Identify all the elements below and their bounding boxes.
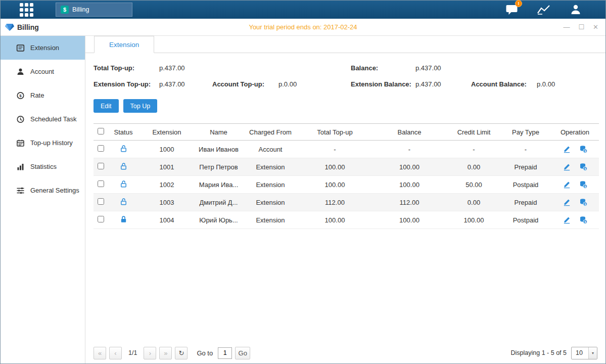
table-row: 1000 Иван Иванов Account - - - - $ xyxy=(94,141,599,158)
column-header-balance: Balance xyxy=(371,124,447,141)
extension-cell: 1003 xyxy=(139,194,195,211)
charged-from-cell: Extension xyxy=(243,211,298,229)
close-icon[interactable]: ✕ xyxy=(593,23,598,31)
main-content: Total Top-up: p.437.00 Balance: p.437.00… xyxy=(85,53,605,229)
topup-icon[interactable]: $ xyxy=(579,163,587,171)
pay-type-cell: - xyxy=(500,141,551,158)
extension-table: Status Extension Name Charged From Total… xyxy=(94,123,599,229)
row-select-cell xyxy=(94,141,108,158)
calendar-icon xyxy=(16,139,25,147)
sidebar-item-label: Account xyxy=(30,68,54,75)
first-page-button[interactable]: « xyxy=(94,347,106,359)
edit-icon[interactable] xyxy=(563,216,571,224)
page-indicator: 1/1 xyxy=(128,349,137,356)
minimize-icon[interactable]: — xyxy=(563,23,570,31)
table-row: 1001 Петр Петров Extension 100.00 100.00… xyxy=(94,158,599,176)
credit-limit-cell: 100.00 xyxy=(447,211,500,229)
lock-status-icon xyxy=(120,164,127,172)
sidebar-item-statistics[interactable]: Statistics xyxy=(1,155,85,178)
status-cell xyxy=(108,176,139,194)
billing-dollar-icon: $ xyxy=(61,6,69,14)
prev-page-button[interactable]: ‹ xyxy=(109,347,122,359)
operation-cell: $ xyxy=(551,158,599,176)
select-all-header xyxy=(94,124,108,141)
edit-icon[interactable] xyxy=(563,180,571,189)
pay-type-cell: Postpaid xyxy=(500,176,551,194)
app-launcher-icon[interactable] xyxy=(20,3,33,17)
column-header-pay-type: Pay Type xyxy=(500,124,551,141)
sliders-icon xyxy=(16,187,25,195)
table-header-row: Status Extension Name Charged From Total… xyxy=(94,124,599,141)
topbar-tab-label: Billing xyxy=(72,6,89,13)
go-button[interactable]: Go xyxy=(235,347,250,359)
topup-icon[interactable]: $ xyxy=(579,145,587,153)
pagination-bar: « ‹ 1/1 › » ↻ Go to Go Displaying 1 - 5 … xyxy=(94,346,597,359)
select-all-checkbox[interactable] xyxy=(98,128,104,134)
charged-from-cell: Extension xyxy=(243,158,298,176)
charged-from-cell: Account xyxy=(243,141,298,158)
tab-extension[interactable]: Extension xyxy=(94,36,154,53)
row-checkbox[interactable] xyxy=(98,216,104,222)
messages-icon[interactable]: ! xyxy=(505,3,519,16)
topup-button[interactable]: Top Up xyxy=(123,99,158,113)
row-checkbox[interactable] xyxy=(98,198,104,205)
topup-icon[interactable]: $ xyxy=(579,216,587,224)
extension-balance-value: p.437.00 xyxy=(415,80,471,88)
edit-icon[interactable] xyxy=(563,145,571,153)
topbar-tab-billing[interactable]: $ Billing xyxy=(56,3,132,17)
credit-limit-cell: 0.00 xyxy=(447,158,500,176)
balance-cell: - xyxy=(371,141,447,158)
edit-icon[interactable] xyxy=(563,198,571,206)
total-topup-cell: - xyxy=(298,141,371,158)
charged-from-cell: Extension xyxy=(243,194,298,211)
extension-card-icon xyxy=(16,44,25,52)
sidebar-item-rate[interactable]: $ Rate xyxy=(1,83,85,107)
edit-icon[interactable] xyxy=(563,163,571,171)
refresh-icon[interactable]: ↻ xyxy=(175,347,188,359)
balance-cell: 100.00 xyxy=(371,211,447,229)
topup-icon[interactable]: $ xyxy=(579,180,587,189)
sidebar-item-label: Scheduled Task xyxy=(30,115,77,123)
pay-type-cell: Postpaid xyxy=(500,211,551,229)
maximize-icon[interactable]: ☐ xyxy=(578,23,584,31)
column-header-status: Status xyxy=(108,124,139,141)
sidebar-item-label: Extension xyxy=(30,44,59,52)
total-topup-label: Total Top-up: xyxy=(94,64,159,72)
extension-topup-value: p.437.00 xyxy=(159,80,212,88)
table-row: 1003 Дмитрий Д... Extension 112.00 112.0… xyxy=(94,194,599,211)
name-cell: Мария Ива... xyxy=(195,176,243,194)
row-checkbox[interactable] xyxy=(98,180,104,187)
statistics-chart-icon[interactable] xyxy=(537,3,550,16)
row-checkbox[interactable] xyxy=(98,163,104,169)
sidebar-item-topup-history[interactable]: Top-up History xyxy=(1,131,85,155)
sidebar-item-account[interactable]: Account xyxy=(1,60,85,83)
row-checkbox[interactable] xyxy=(98,145,104,152)
next-page-button[interactable]: › xyxy=(144,347,156,359)
status-cell xyxy=(108,194,139,211)
user-account-icon[interactable] xyxy=(569,3,582,16)
operation-cell: $ xyxy=(551,176,599,194)
sidebar-item-extension[interactable]: Extension xyxy=(1,36,85,60)
lock-status-icon xyxy=(120,147,127,154)
lock-status-icon xyxy=(120,200,127,207)
edit-button[interactable]: Edit xyxy=(94,99,119,113)
page-size-select[interactable]: 10 ▾ xyxy=(571,347,597,359)
goto-page-input[interactable] xyxy=(218,347,232,359)
main-panel: Extension Total Top-up: p.437.00 Balance… xyxy=(85,36,605,363)
user-icon xyxy=(16,68,25,76)
topup-icon[interactable]: $ xyxy=(579,198,587,206)
total-topup-cell: 112.00 xyxy=(298,194,371,211)
operation-cell: $ xyxy=(551,211,599,229)
credit-limit-cell: 0.00 xyxy=(447,194,500,211)
sidebar: Extension Account $ Rate xyxy=(1,36,85,363)
balance-cell: 100.00 xyxy=(371,158,447,176)
rate-coin-icon: $ xyxy=(16,92,25,100)
last-page-button[interactable]: » xyxy=(159,347,172,359)
account-topup-label: Account Top-up: xyxy=(212,80,278,88)
body: Extension Account $ Rate xyxy=(1,36,605,363)
total-topup-cell: 100.00 xyxy=(298,176,371,194)
sidebar-item-scheduled-task[interactable]: Scheduled Task xyxy=(1,107,85,131)
sidebar-item-label: Statistics xyxy=(30,163,57,170)
sidebar-item-label: Rate xyxy=(30,92,44,99)
sidebar-item-general-settings[interactable]: General Settings xyxy=(1,178,85,202)
